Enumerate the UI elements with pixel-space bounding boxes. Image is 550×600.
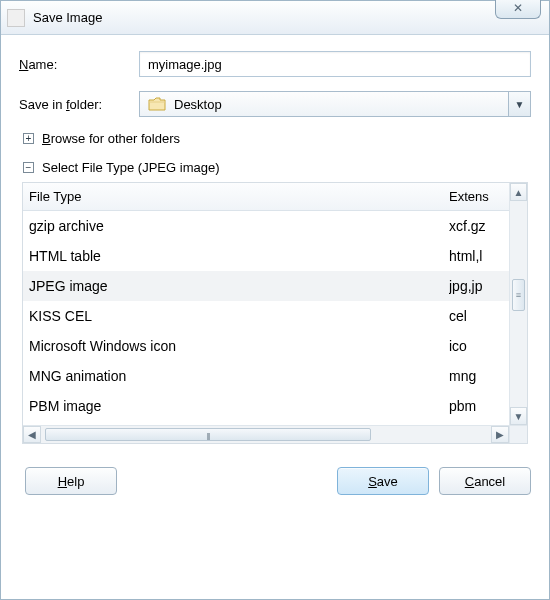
horizontal-scroll-track[interactable] [41,426,491,443]
filetype-name: MNG animation [29,368,449,384]
help-button[interactable]: Help [25,467,117,495]
scrollbar-corner [509,425,527,443]
vertical-scroll-thumb[interactable] [512,279,525,311]
browse-expander[interactable]: + Browse for other folders [23,131,531,146]
chevron-left-icon: ◀ [28,429,36,440]
folder-value: Desktop [174,97,508,112]
filetype-row[interactable]: JPEG imagejpg,jp [23,271,509,301]
filetype-row[interactable]: MNG animationmng [23,361,509,391]
filetype-name: gzip archive [29,218,449,234]
col-header-extension[interactable]: Extens [449,189,509,204]
chevron-right-icon: ▶ [496,429,504,440]
name-row: Name: [19,51,531,77]
app-icon [7,9,25,27]
filetype-name: PBM image [29,398,449,414]
filetype-row[interactable]: PBM imagepbm [23,391,509,421]
horizontal-scrollbar[interactable]: ◀ ▶ [23,425,509,443]
name-label: Name: [19,57,139,72]
filetype-row[interactable]: KISS CELcel [23,301,509,331]
save-button[interactable]: Save [337,467,429,495]
dialog-content: Name: Save in folder: Desktop ▼ + [1,35,549,509]
filetype-panel: File Type Extens gzip archivexcf.gzHTML … [21,181,529,445]
chevron-up-icon: ▲ [514,187,524,198]
filetype-ext: html,l [449,248,509,264]
button-row: Help Save Cancel [19,467,531,495]
scroll-right-button[interactable]: ▶ [491,426,509,443]
filetype-ext: pbm [449,398,509,414]
folder-row: Save in folder: Desktop ▼ [19,91,531,117]
cancel-button[interactable]: Cancel [439,467,531,495]
plus-icon: + [23,133,34,144]
vertical-scrollbar[interactable]: ▲ ▼ [509,183,527,425]
filetype-name: Microsoft Windows icon [29,338,449,354]
filetype-ext: mng [449,368,509,384]
scroll-up-button[interactable]: ▲ [510,183,527,201]
filename-input[interactable] [139,51,531,77]
filetype-ext: ico [449,338,509,354]
filetype-row[interactable]: gzip archivexcf.gz [23,211,509,241]
filetype-scroll-area: File Type Extens gzip archivexcf.gzHTML … [23,183,509,427]
filetype-name: KISS CEL [29,308,449,324]
minus-icon: − [23,162,34,173]
filetype-header: File Type Extens [23,183,509,211]
filetype-list: File Type Extens gzip archivexcf.gzHTML … [22,182,528,444]
scroll-down-button[interactable]: ▼ [510,407,527,425]
filetype-row[interactable]: HTML tablehtml,l [23,241,509,271]
window-title: Save Image [33,10,102,25]
browse-label: Browse for other folders [42,131,180,146]
scroll-left-button[interactable]: ◀ [23,426,41,443]
folder-dropdown-button[interactable]: ▼ [508,92,530,116]
filetype-row[interactable]: Microsoft Windows iconico [23,331,509,361]
close-icon: ✕ [513,1,523,15]
folder-label: Save in folder: [19,97,139,112]
titlebar: Save Image ✕ [1,1,549,35]
horizontal-scroll-thumb[interactable] [45,428,371,441]
filetype-name: HTML table [29,248,449,264]
close-button[interactable]: ✕ [495,0,541,19]
filetype-section-label: Select File Type (JPEG image) [42,160,220,175]
folder-select[interactable]: Desktop ▼ [139,91,531,117]
filetype-name: JPEG image [29,278,449,294]
filetype-ext: jpg,jp [449,278,509,294]
filetype-ext: xcf.gz [449,218,509,234]
folder-icon [148,97,166,111]
filetype-expander[interactable]: − Select File Type (JPEG image) [23,160,531,175]
save-image-dialog: Save Image ✕ Name: Save in folder: Deskt… [0,0,550,600]
chevron-down-icon: ▼ [515,99,525,110]
chevron-down-icon: ▼ [514,411,524,422]
filetype-ext: cel [449,308,509,324]
col-header-filetype[interactable]: File Type [29,189,449,204]
